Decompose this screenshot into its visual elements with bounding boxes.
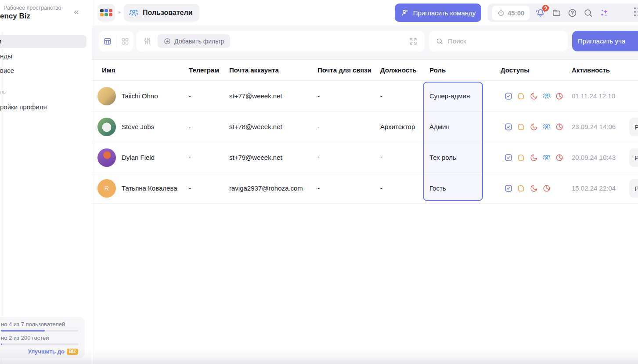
breadcrumb-tab-label: Пользователи (143, 9, 192, 17)
user-activity: 20.09.24 10:43 (572, 154, 638, 161)
column-header-name: Имя (97, 66, 189, 74)
user-accesses (501, 92, 572, 101)
invite-member-button[interactable]: Пригласить уча (572, 31, 638, 51)
topbar-tools-panel: 45:00 9 (488, 4, 638, 22)
avatar (97, 118, 116, 136)
table-view-button[interactable] (99, 31, 116, 51)
docs-access-icon (517, 153, 526, 162)
users-usage-progressbar (1, 330, 78, 332)
user-name: Dylan Field (122, 154, 155, 161)
user-role[interactable]: Тех роль (429, 154, 501, 161)
table-view-icon (103, 37, 112, 46)
table-row[interactable]: Dylan Field-st+79@weeek.net--Тех роль20.… (92, 142, 638, 173)
row-action-button[interactable]: Р (629, 118, 638, 136)
user-name: Taiichi Ohno (122, 92, 158, 100)
biz-plan-badge: BIZ (67, 349, 78, 355)
crm-access-icon (530, 153, 538, 162)
guests-usage-progressbar (1, 343, 78, 345)
topbar: ▸ Пользователи Пригласить команду (92, 0, 638, 25)
guests-usage-label: но 2 из 200 гостей (1, 335, 78, 341)
users-usage-label: но 4 из 7 пользователей (1, 321, 78, 328)
table-row[interactable]: Taiichi Ohno-st+77@weeek.net--Супер-адми… (92, 81, 638, 112)
row-action-button[interactable]: Р (629, 179, 638, 198)
team-access-icon (542, 153, 551, 162)
view-switcher (99, 31, 133, 51)
user-role[interactable]: Гость (429, 184, 501, 192)
grid-view-button[interactable] (116, 31, 133, 51)
breadcrumb-chevron-icon: ▸ (119, 9, 121, 15)
user-account-email: st+78@weeek.net (229, 123, 317, 130)
stopwatch-icon (497, 9, 505, 17)
column-header-account-email: Почта аккаунта (229, 66, 317, 74)
crm-access-icon (530, 184, 538, 193)
breadcrumb-workspace-button[interactable] (97, 4, 115, 22)
user-telegram: - (189, 154, 229, 161)
tasks-access-icon (504, 123, 513, 131)
notifications-button[interactable]: 9 (535, 7, 546, 18)
search-box (429, 31, 568, 51)
sidebar-item-teams[interactable]: нды (0, 52, 12, 60)
sidebar-item-profile-settings[interactable]: ройки профиля (0, 103, 47, 111)
docs-access-icon (517, 123, 526, 131)
table-row[interactable]: Steve Jobs-st+78@weeek.net-АрхитекторАдм… (92, 112, 638, 142)
table-header: Имя Телеграм Почта аккаунта Почта для св… (92, 60, 638, 81)
analytics-access-icon (542, 184, 551, 193)
user-name: Steve Jobs (122, 123, 154, 130)
user-role[interactable]: Супер-админ (429, 92, 501, 100)
timer-chip[interactable]: 45:00 (492, 6, 530, 20)
docs-access-icon (517, 184, 526, 193)
add-filter-button[interactable]: Добавить фильтр (158, 34, 230, 48)
filter-toolbar: Добавить фильтр (136, 31, 425, 51)
analytics-access-icon (555, 123, 564, 131)
sidebar-rail-divider (1, 32, 1, 364)
workspace-name: ency Biz (0, 12, 30, 21)
user-activity: 23.09.24 14:06 (572, 123, 638, 130)
user-position: - (380, 92, 429, 100)
ai-sparkles-icon[interactable] (599, 8, 609, 18)
sidebar-item-about[interactable]: висе (0, 67, 14, 74)
collapse-sidebar-icon[interactable]: « (74, 6, 79, 17)
team-access-icon (542, 92, 551, 101)
invite-team-label: Пригласить команду (413, 9, 476, 17)
magnifier-icon (436, 37, 443, 46)
column-header-position: Должность (380, 66, 429, 74)
crm-access-icon (530, 123, 538, 131)
row-action-button[interactable]: Р (629, 148, 638, 167)
sidebar-item-label: и (0, 37, 1, 45)
add-filter-label: Добавить фильтр (174, 38, 224, 45)
folder-icon[interactable] (551, 8, 562, 18)
sliders-icon[interactable] (143, 36, 152, 46)
upgrade-link[interactable]: Улучшить до (28, 348, 65, 355)
sidebar-section-profile: ль (0, 89, 6, 94)
apps-grid-icon[interactable] (634, 7, 638, 16)
docs-access-icon (517, 92, 526, 101)
column-header-role: Роль (429, 66, 501, 74)
search-input[interactable] (448, 37, 561, 45)
sidebar-item-users-active[interactable]: и (0, 35, 87, 48)
table-row[interactable]: RТатьяна Ковалева-raviga2937@rohoza.com-… (92, 173, 638, 204)
app-window: Рабочее пространство ency Biz « и нды ви… (0, 0, 638, 364)
help-icon[interactable] (567, 8, 577, 18)
analytics-access-icon (555, 92, 564, 101)
tasks-access-icon (504, 92, 513, 101)
users-table: Имя Телеграм Почта аккаунта Почта для св… (92, 60, 638, 204)
user-account-email: st+79@weeek.net (229, 154, 317, 161)
invite-team-button[interactable]: Пригласить команду (395, 4, 481, 22)
users-icon (129, 8, 139, 18)
column-header-activity: Активность (572, 66, 638, 74)
user-position: - (380, 154, 429, 161)
user-role[interactable]: Админ (429, 123, 501, 130)
breadcrumb-tab-users[interactable]: Пользователи (124, 4, 199, 22)
expand-icon[interactable] (408, 36, 418, 46)
person-plus-icon (400, 8, 409, 17)
user-accesses (501, 123, 572, 131)
plan-usage-card: но 4 из 7 пользователей но 2 из 200 гост… (0, 317, 85, 358)
user-telegram: - (189, 92, 229, 100)
team-access-icon (542, 123, 551, 131)
user-accesses (501, 153, 572, 162)
table-body: Taiichi Ohno-st+77@weeek.net--Супер-адми… (92, 81, 638, 204)
user-activity: 15.02.24 22:04 (572, 184, 638, 192)
notifications-count-badge: 9 (542, 5, 549, 11)
search-icon[interactable] (583, 8, 593, 18)
user-account-email: st+77@weeek.net (229, 92, 317, 100)
